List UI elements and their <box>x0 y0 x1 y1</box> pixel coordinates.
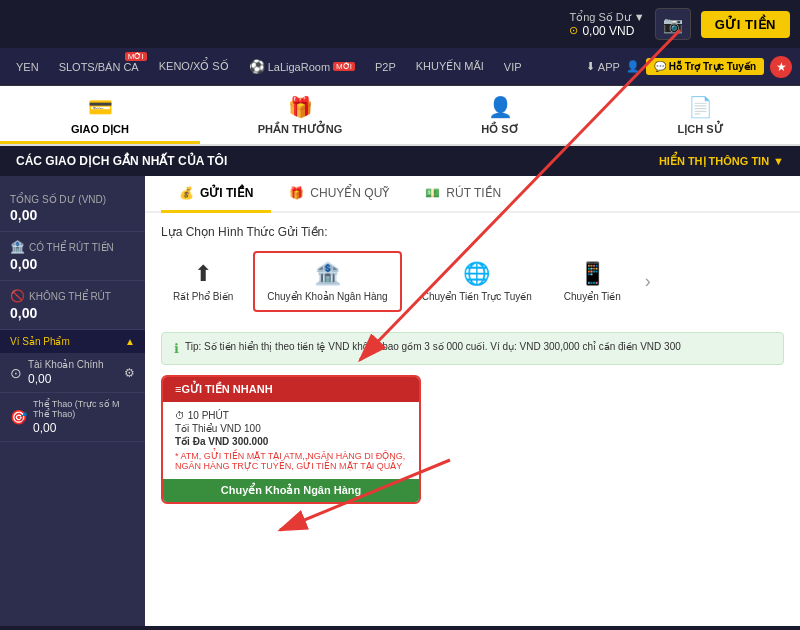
chevron-down-icon: ▼ <box>773 155 784 167</box>
can-withdraw-value: 0,00 <box>10 256 135 272</box>
wallet-icon: 💰 <box>179 186 194 200</box>
nav-item-yen[interactable]: YEN <box>8 48 47 85</box>
info-icon: ℹ <box>174 341 179 356</box>
app-button[interactable]: ⬇ APP <box>586 60 620 73</box>
deposit-max: Tối Đa VND 300.000 <box>175 436 407 447</box>
tab-phan-thuong[interactable]: 🎁 PHẦN THƯỞNG <box>200 86 400 144</box>
main-account-item[interactable]: ⊙ Tài Khoản Chính 0,00 ⚙ <box>0 353 145 393</box>
badge-new-slots: MỚI <box>125 52 147 61</box>
deposit-card-footer[interactable]: Chuyển Khoản Ngân Hàng <box>163 479 419 502</box>
balance-info: Tổng Số Dư ▼ ⊙ 0,00 VND <box>569 11 644 38</box>
nav-right: ⬇ APP 👤 💬 Hỗ Trợ Trực Tuyến ★ <box>586 56 792 78</box>
payment-methods: ⬆ Rất Phổ Biến 🏦 Chuyển Khoản Ngân Hàng … <box>161 251 784 312</box>
can-withdraw-section: 🏦 CÓ THỂ RÚT TIỀN 0,00 <box>0 232 145 281</box>
sports-account-item[interactable]: 🎯 Thể Thao (Trực số M Thể Thao) 0,00 <box>0 393 145 442</box>
nav-item-laliga[interactable]: ⚽ LaLigaRoom MỚI <box>241 48 363 85</box>
main-content: TỔNG SỐ DƯ (VND) 0,00 🏦 CÓ THỂ RÚT TIỀN … <box>0 176 800 626</box>
nav-item-p2p[interactable]: P2P <box>367 48 404 85</box>
wallet-section-header[interactable]: Ví Sản Phẩm ▲ <box>0 330 145 353</box>
payment-section: Lựa Chọn Hình Thức Gửi Tiền: ⬆ Rất Phổ B… <box>145 213 800 324</box>
account-icon: ⊙ <box>10 365 22 381</box>
badge-new-laliga: MỚI <box>333 62 355 71</box>
withdraw-icon: 💵 <box>425 186 440 200</box>
recent-header: CÁC GIAO DỊCH GẦN NHẤT CỦA TÔI HIỂN THỊ … <box>0 146 800 176</box>
total-balance-section: TỔNG SỐ DƯ (VND) 0,00 <box>0 186 145 232</box>
deposit-note: * ATM, GỬI TIỀN MẶT TẠI ATM, NGÂN HÀNG D… <box>175 451 407 471</box>
payment-method-transfer[interactable]: 📱 Chuyển Tiền <box>552 253 633 310</box>
gui-tien-button[interactable]: GỬI TIỀN <box>701 11 790 38</box>
sports-icon: 🎯 <box>10 409 27 425</box>
sub-tab-gui-tien[interactable]: 💰 GỬI TIỀN <box>161 176 271 213</box>
left-sidebar: TỔNG SỐ DƯ (VND) 0,00 🏦 CÓ THỂ RÚT TIỀN … <box>0 176 145 626</box>
sub-tab-chuyen-quy[interactable]: 🎁 CHUYỂN QUỸ <box>271 176 407 213</box>
support-button[interactable]: 💬 Hỗ Trợ Trực Tuyến <box>646 58 764 75</box>
can-withdraw-label: 🏦 CÓ THỂ RÚT TIỀN <box>10 240 135 254</box>
payment-method-bank[interactable]: 🏦 Chuyển Khoản Ngân Hàng <box>253 251 401 312</box>
chevron-up-icon: ▲ <box>125 336 135 347</box>
tab-giao-dich[interactable]: 💳 GIAO DỊCH <box>0 86 200 144</box>
deposit-card-body: ⏱ 10 PHÚT Tối Thiểu VND 100 Tối Đa VND 3… <box>163 402 419 479</box>
giao-dich-icon: 💳 <box>88 95 113 119</box>
nav-item-vip[interactable]: VIP <box>496 48 530 85</box>
online-icon: 🌐 <box>463 261 490 287</box>
lich-su-icon: 📄 <box>688 95 713 119</box>
deposit-card-header: ≡GỬI TIỀN NHANH <box>163 377 419 402</box>
star-button[interactable]: ★ <box>770 56 792 78</box>
tab-lich-su[interactable]: 📄 LỊCH SỬ <box>600 86 800 144</box>
phan-thuong-icon: 🎁 <box>288 95 313 119</box>
right-panel: 💰 GỬI TIỀN 🎁 CHUYỂN QUỸ 💵 RÚT TIỀN Lựa C… <box>145 176 800 626</box>
nav-bar: YEN SLOTS/BÁN CA MỚI KENO/XỔ SỐ ⚽ LaLiga… <box>0 48 800 86</box>
total-balance-value: 0,00 <box>10 207 135 223</box>
tip-box: ℹ Tip: Số tiền hiển thị theo tiền tệ VND… <box>161 332 784 365</box>
top-bar: Tổng Số Dư ▼ ⊙ 0,00 VND 📷 GỬI TIỀN <box>0 0 800 48</box>
bank-icon: 🏦 <box>314 261 341 287</box>
deposit-time: ⏱ 10 PHÚT <box>175 410 407 421</box>
total-balance-label: TỔNG SỐ DƯ (VND) <box>10 194 135 205</box>
cannot-withdraw-section: 🚫 KHÔNG THỂ RÚT 0,00 <box>0 281 145 330</box>
settings-icon[interactable]: ⚙ <box>124 366 135 380</box>
deposit-card: ≡GỬI TIỀN NHANH ⏱ 10 PHÚT Tối Thiểu VND … <box>161 375 421 504</box>
sub-tabs: 💰 GỬI TIỀN 🎁 CHUYỂN QUỸ 💵 RÚT TIỀN <box>145 176 800 213</box>
user-button[interactable]: 👤 <box>626 60 640 73</box>
deposit-min: Tối Thiểu VND 100 <box>175 423 407 434</box>
nav-item-khuyen-mai[interactable]: KHUYẾN MÃI <box>408 48 492 85</box>
transfer-icon: 🎁 <box>289 186 304 200</box>
payment-method-online[interactable]: 🌐 Chuyển Tiền Trực Tuyến <box>410 253 544 310</box>
ho-so-icon: 👤 <box>488 95 513 119</box>
cannot-withdraw-label: 🚫 KHÔNG THỂ RÚT <box>10 289 135 303</box>
nav-item-slots[interactable]: SLOTS/BÁN CA MỚI <box>51 48 147 85</box>
balance-icon-button[interactable]: 📷 <box>655 8 691 40</box>
transfer-icon: 📱 <box>579 261 606 287</box>
payment-method-popular[interactable]: ⬆ Rất Phổ Biến <box>161 253 245 310</box>
popular-icon: ⬆ <box>194 261 212 287</box>
scroll-right-icon[interactable]: › <box>645 271 651 292</box>
payment-title: Lựa Chọn Hình Thức Gửi Tiền: <box>161 225 784 239</box>
nav-item-keno[interactable]: KENO/XỔ SỐ <box>151 48 237 85</box>
main-tabs: 💳 GIAO DỊCH 🎁 PHẦN THƯỞNG 👤 HỒ SƠ 📄 LỊCH… <box>0 86 800 146</box>
cannot-withdraw-value: 0,00 <box>10 305 135 321</box>
show-info-button[interactable]: HIỂN THỊ THÔNG TIN ▼ <box>659 155 784 168</box>
tab-ho-so[interactable]: 👤 HỒ SƠ <box>400 86 600 144</box>
sub-tab-rut-tien[interactable]: 💵 RÚT TIỀN <box>407 176 519 213</box>
